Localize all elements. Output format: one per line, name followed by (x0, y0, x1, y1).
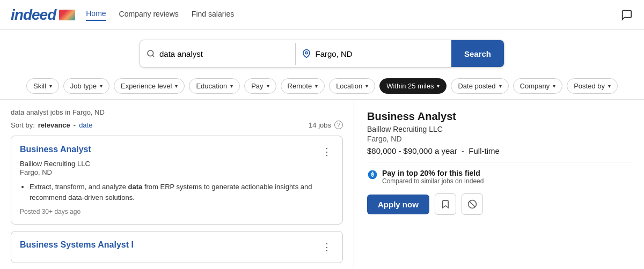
nav-find-salaries[interactable]: Find salaries (192, 10, 234, 20)
job-title-1[interactable]: Business Analyst (20, 145, 91, 154)
location-input-wrap: Fargo, ND (296, 43, 451, 65)
pay-badge: ₿ Pay in top 20% for this field Compared… (367, 169, 631, 185)
company-name-1: Baillow Recruiting LLC (20, 160, 334, 168)
filter-company[interactable]: Company▾ (513, 78, 563, 94)
help-icon[interactable]: ? (334, 121, 343, 129)
search-icon (147, 49, 155, 58)
job-card-header-1: Business Analyst ⋮ (20, 145, 334, 159)
filter-skill[interactable]: Skill▾ (26, 78, 59, 94)
logo-area: indeed (11, 6, 75, 24)
snippet-item-1: Extract, transform, and analyze data fro… (30, 182, 334, 203)
pay-main-text: Pay in top 20% for this field (382, 169, 484, 177)
logo-icon (59, 10, 75, 20)
filter-education[interactable]: Education▾ (189, 78, 240, 94)
svg-line-1 (152, 55, 154, 57)
filter-date-posted[interactable]: Date posted▾ (451, 78, 508, 94)
detail-divider (367, 162, 631, 162)
header-icons (620, 9, 633, 21)
svg-text:₿: ₿ (371, 171, 374, 177)
main-nav: Home Company reviews Find salaries (86, 9, 620, 21)
filter-remote[interactable]: Remote▾ (281, 78, 325, 94)
detail-job-title: Business Analyst (367, 110, 631, 123)
nav-home[interactable]: Home (86, 9, 106, 21)
job-search-input[interactable]: data analyst (159, 43, 289, 65)
pay-sub-text: Compared to similar jobs on Indeed (382, 177, 484, 185)
job-count: 14 jobs (309, 121, 331, 129)
job-card-header-2: Business Systems Analyst I ⋮ (20, 240, 334, 254)
sort-date-link[interactable]: date (79, 121, 92, 129)
sort-relevance: relevance (38, 121, 70, 129)
filter-within-25-miles[interactable]: Within 25 miles▾ (379, 78, 447, 94)
main-content: data analyst jobs in Fargo, ND Sort by: … (0, 100, 644, 269)
sort-separator: - (74, 121, 76, 129)
detail-location: Fargo, ND (367, 134, 631, 143)
search-bar: data analyst Fargo, ND Search (140, 40, 504, 68)
filter-posted-by[interactable]: Posted by▾ (567, 78, 618, 94)
filters-section: Skill▾ Job type▾ Experience level▾ Educa… (0, 73, 644, 99)
svg-point-0 (148, 50, 153, 56)
header: indeed Home Company reviews Find salarie… (0, 0, 644, 30)
sort-label: Sort by: (11, 121, 35, 129)
search-button[interactable]: Search (451, 40, 504, 67)
left-panel: data analyst jobs in Fargo, ND Sort by: … (0, 100, 354, 269)
svg-line-6 (470, 201, 475, 207)
filter-location[interactable]: Location▾ (329, 78, 375, 94)
filter-experience-level[interactable]: Experience level▾ (114, 78, 185, 94)
job-card-1[interactable]: Business Analyst ⋮ Baillow Recruiting LL… (11, 136, 343, 225)
not-interested-button[interactable] (462, 193, 483, 215)
search-input-wrap: data analyst (140, 43, 296, 65)
sort-left: Sort by: relevance - date (11, 121, 92, 129)
apply-now-button[interactable]: Apply now (367, 195, 429, 214)
save-job-button[interactable] (435, 193, 456, 215)
svg-point-2 (305, 52, 308, 54)
more-options-icon-2[interactable]: ⋮ (320, 240, 334, 254)
filter-job-type[interactable]: Job type▾ (63, 78, 109, 94)
right-panel: Business Analyst Baillow Recruiting LLC … (354, 100, 644, 269)
sort-bar: Sort by: relevance - date 14 jobs ? (11, 121, 343, 129)
job-location-1: Fargo, ND (20, 168, 334, 176)
posted-date-1: Posted 30+ days ago (20, 208, 334, 215)
messages-icon[interactable] (620, 9, 633, 21)
breadcrumb: data analyst jobs in Fargo, ND (11, 108, 343, 116)
indeed-logo: indeed (11, 6, 56, 24)
job-title-2[interactable]: Business Systems Analyst I (20, 240, 134, 250)
pay-badge-icon: ₿ (367, 169, 378, 180)
search-section: data analyst Fargo, ND Search (0, 30, 644, 73)
job-card-2[interactable]: Business Systems Analyst I ⋮ (11, 231, 343, 263)
action-buttons: Apply now (367, 193, 631, 215)
job-snippet-1: Extract, transform, and analyze data fro… (20, 182, 334, 203)
detail-salary: $80,000 - $90,000 a year - Full-time (367, 146, 631, 155)
sort-right: 14 jobs ? (309, 121, 343, 129)
location-input[interactable]: Fargo, ND (315, 43, 444, 65)
location-icon (302, 49, 311, 58)
nav-company-reviews[interactable]: Company reviews (119, 10, 179, 20)
pay-badge-text: Pay in top 20% for this field Compared t… (382, 169, 484, 185)
more-options-icon-1[interactable]: ⋮ (320, 145, 334, 159)
detail-company: Baillow Recruiting LLC (367, 125, 631, 133)
filter-pay[interactable]: Pay▾ (244, 78, 276, 94)
